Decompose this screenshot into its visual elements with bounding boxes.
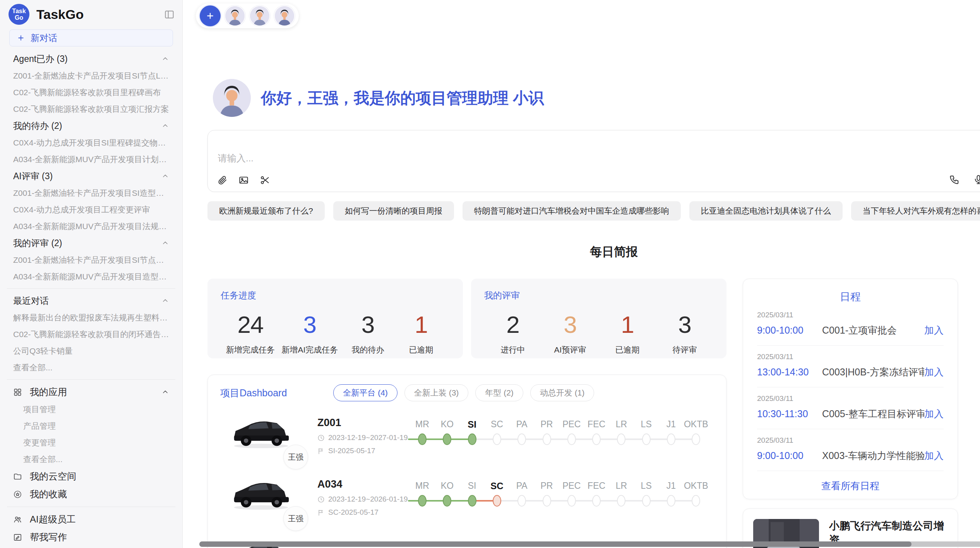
- sidebar-item-quill[interactable]: 创意制图: [6, 546, 176, 548]
- milestone-node[interactable]: [443, 433, 451, 445]
- sidebar-app-item[interactable]: 产品管理: [6, 418, 176, 434]
- sidebar-section-header[interactable]: 我的评审 (2): [6, 235, 176, 252]
- stat: 24新增完成任务: [226, 311, 275, 355]
- dashboard-title: 项目Dashboard: [220, 387, 287, 399]
- sidebar-section-header[interactable]: AI评审 (3): [6, 168, 176, 185]
- milestone-node[interactable]: [517, 495, 526, 507]
- attachment-icon[interactable]: [217, 175, 228, 185]
- project-car-image: 王强: [231, 414, 291, 449]
- milestone-node[interactable]: [642, 433, 651, 445]
- dashboard-tab[interactable]: 全新上装 (3): [404, 384, 469, 401]
- milestone-node[interactable]: [642, 495, 651, 507]
- event-join-button[interactable]: 加入: [924, 324, 944, 337]
- sidebar-item-team[interactable]: AI超级员工: [6, 510, 176, 528]
- milestone-label: MR: [415, 419, 429, 430]
- stat-value: 3: [281, 311, 338, 338]
- milestone-node[interactable]: [543, 495, 551, 507]
- new-chat-button[interactable]: 新对话: [9, 29, 173, 46]
- person-avatar-illustration: [225, 6, 245, 26]
- member-avatar[interactable]: [274, 5, 295, 26]
- stat-label: 新增AI完成任务: [281, 344, 338, 355]
- event-join-button[interactable]: 加入: [924, 366, 944, 378]
- chat-input[interactable]: [217, 151, 980, 172]
- sidebar-section-header[interactable]: 我的待办 (2): [6, 117, 176, 134]
- sidebar-app-item[interactable]: 项目管理: [6, 401, 176, 418]
- add-agent-button[interactable]: [200, 5, 221, 26]
- sidebar-section-title: 我的待办 (2): [13, 120, 62, 132]
- view-all-schedule-link[interactable]: 查看所有日程: [757, 471, 944, 501]
- sidebar-item[interactable]: C0X4-动力总成开发项目SI里程碑提交物检查: [6, 134, 176, 151]
- milestone-node[interactable]: [592, 495, 601, 507]
- member-avatar[interactable]: [224, 5, 245, 26]
- sidebar-item[interactable]: C02-飞腾新能源轻客改款项目里程碑画布: [6, 84, 176, 101]
- sidebar-item[interactable]: C02-飞腾新能源轻客改款项目的闭环通告反馈情况: [6, 326, 176, 342]
- dashboard-tab[interactable]: 动总开发 (1): [530, 384, 595, 401]
- milestone-node[interactable]: [543, 433, 551, 445]
- mic-icon[interactable]: [973, 174, 980, 185]
- sidebar-item[interactable]: A034-全新新能源MUV产品开发项目法规符合性评审: [6, 218, 176, 235]
- sidebar-item[interactable]: C0X4-动力总成开发项目工程变更评审: [6, 201, 176, 218]
- horizontal-scrollbar-thumb[interactable]: [199, 541, 911, 547]
- horizontal-scrollbar-track[interactable]: [199, 541, 980, 547]
- sidebar-item-write[interactable]: 帮我写作: [6, 528, 176, 546]
- write-icon: [13, 533, 22, 542]
- divider: [7, 507, 175, 507]
- sidebar-item[interactable]: 公司Q3轻卡销量: [6, 342, 176, 359]
- phone-icon[interactable]: [949, 174, 960, 185]
- project-row[interactable]: 王强Z0012023-12-19~2027-01-19SI-2025-05-17…: [208, 414, 726, 464]
- sidebar-item-folder[interactable]: 我的云空间: [6, 468, 176, 485]
- member-avatar[interactable]: [249, 5, 270, 26]
- milestone-node[interactable]: [468, 433, 476, 445]
- sidebar-item[interactable]: Z001-全新燃油轻卡产品开发项目SI节点属性5D文件评审: [6, 252, 176, 268]
- suggestion-chip[interactable]: 特朗普可能对进口汽车增税会对中国车企造成哪些影响: [463, 201, 681, 221]
- sidebar-nav-label: 我的应用: [30, 386, 154, 398]
- event-join-button[interactable]: 加入: [924, 408, 944, 420]
- suggestion-chip[interactable]: 比亚迪全固态电池计划具体说了什么: [689, 201, 843, 221]
- milestone-node[interactable]: [493, 433, 501, 445]
- milestone-node[interactable]: [443, 495, 451, 507]
- milestone-node[interactable]: [592, 433, 601, 445]
- clock-icon: [317, 434, 325, 442]
- sidebar-item[interactable]: A034-全新新能源MUV产品开发项目计划变更表编写: [6, 151, 176, 168]
- sidebar-section-header[interactable]: 最近对话: [6, 292, 176, 309]
- event-name: C003|H0B-方案冻结评审: [822, 366, 924, 378]
- milestone-node[interactable]: [468, 495, 476, 507]
- sidebar-item-my-apps[interactable]: 我的应用: [6, 383, 176, 401]
- milestone-node[interactable]: [667, 495, 675, 507]
- image-icon[interactable]: [238, 175, 249, 185]
- sidebar-section-header[interactable]: Agent已办 (3): [6, 50, 176, 67]
- sidebar-app-item[interactable]: 变更管理: [6, 434, 176, 451]
- milestone-node[interactable]: [667, 433, 675, 445]
- stat: 3我的待办: [345, 311, 391, 355]
- milestone-node[interactable]: [418, 433, 427, 445]
- divider: [7, 379, 175, 380]
- milestone-node[interactable]: [493, 495, 501, 507]
- sidebar-item[interactable]: 解释最新出台的欧盟报废车法规再生塑料比例被调至15%...: [6, 309, 176, 326]
- suggestion-chip[interactable]: 欧洲新规最近颁布了什么?: [207, 201, 325, 221]
- event-date: 2025/03/11: [757, 353, 944, 361]
- milestone-node[interactable]: [617, 495, 625, 507]
- sidebar-view-all[interactable]: 查看全部...: [6, 359, 176, 376]
- sidebar-item[interactable]: Z001-全新燃油皮卡产品开发项目SI节点Lesson Learn报告: [6, 67, 176, 84]
- suggestion-chip[interactable]: 当下年轻人对汽车外观有怎样的喜好趋势: [851, 201, 980, 221]
- dashboard-tab[interactable]: 年型 (2): [475, 384, 523, 401]
- sidebar-collapse-icon[interactable]: [164, 9, 175, 20]
- sidebar-item[interactable]: C02-飞腾新能源轻客改款项目立项汇报方案: [6, 101, 176, 117]
- milestone-node[interactable]: [692, 495, 700, 507]
- sidebar-item-star-circle[interactable]: 我的收藏: [6, 485, 176, 503]
- sidebar-item[interactable]: Z001-全新燃油轻卡产品开发项目SI造型提交物评审: [6, 185, 176, 201]
- project-row[interactable]: 王强A0342023-12-19~2026-01-19SC-2025-05-17…: [208, 475, 726, 526]
- scissors-icon[interactable]: [260, 175, 270, 185]
- milestone-node[interactable]: [617, 433, 625, 445]
- milestone-node[interactable]: [418, 495, 427, 507]
- stat-label: 我的待办: [345, 344, 391, 355]
- suggestion-chip[interactable]: 如何写一份清晰的项目周报: [333, 201, 454, 221]
- sidebar-item[interactable]: A034-全新新能源MUV产品开发项目造型可行性评审: [6, 268, 176, 285]
- milestone-node[interactable]: [567, 495, 576, 507]
- dashboard-tab[interactable]: 全新平台 (4): [333, 384, 397, 401]
- milestone-node[interactable]: [567, 433, 576, 445]
- milestone-node[interactable]: [517, 433, 526, 445]
- milestone-node[interactable]: [692, 433, 700, 445]
- sidebar-view-all[interactable]: 查看全部...: [6, 451, 176, 468]
- event-join-button[interactable]: 加入: [924, 449, 944, 462]
